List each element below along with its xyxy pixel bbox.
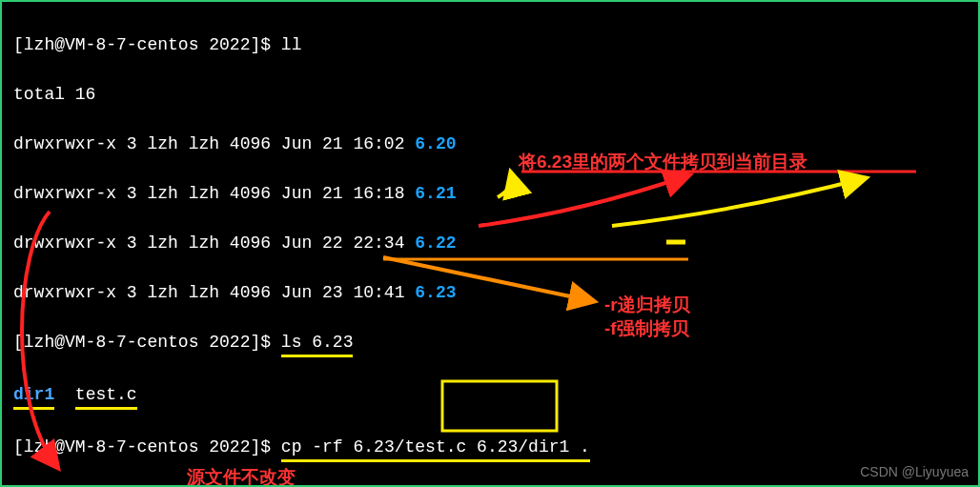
file-row: drwxrwxr-x 3 lzh lzh 4096 Jun 22 22:34 6… — [13, 231, 974, 255]
file-row: drwxrwxr-x 3 lzh lzh 4096 Jun 21 16:02 6… — [13, 132, 974, 156]
dir-name: 6.23 — [415, 283, 456, 302]
dir1-dir: dir1 — [13, 382, 54, 410]
dir-name: 6.22 — [415, 233, 456, 253]
file-row: drwxrwxr-x 3 lzh lzh 4096 Jun 21 16:18 6… — [13, 181, 974, 206]
testc-file: test.c — [75, 382, 137, 410]
prompt-line[interactable]: [lzh@VM-8-7-centos 2022]$ ls 6.23 — [13, 330, 974, 357]
dir-name: 6.20 — [415, 134, 456, 153]
file-meta: drwxrwxr-x 3 lzh lzh 4096 Jun 21 16:18 — [13, 184, 415, 203]
file-meta: drwxrwxr-x 3 lzh lzh 4096 Jun 22 22:34 — [13, 233, 415, 253]
prompt-line[interactable]: [lzh@VM-8-7-centos 2022]$ cp -rf 6.23/te… — [13, 435, 974, 462]
total-line: total 16 — [13, 82, 974, 107]
file-meta: drwxrwxr-x 3 lzh lzh 4096 Jun 23 10:41 — [13, 283, 415, 302]
prompt: [lzh@VM-8-7-centos 2022]$ — [13, 35, 281, 54]
file-meta: drwxrwxr-x 3 lzh lzh 4096 Jun 21 16:02 — [13, 134, 415, 153]
cmd-ll: ll — [281, 35, 302, 54]
dir-name: 6.21 — [415, 184, 456, 203]
watermark: CSDN @Liyuyuea — [860, 464, 969, 479]
cmd-cp: cp -rf 6.23/test.c 6.23/dir1 . — [281, 435, 590, 462]
prompt: [lzh@VM-8-7-centos 2022]$ — [13, 437, 281, 457]
cmd-ls: ls 6.23 — [281, 330, 354, 357]
ls-output: dir1 test.c — [13, 382, 974, 410]
file-row: drwxrwxr-x 3 lzh lzh 4096 Jun 23 10:41 6… — [13, 280, 974, 305]
prompt-line[interactable]: [lzh@VM-8-7-centos 2022]$ ll — [13, 32, 974, 57]
prompt: [lzh@VM-8-7-centos 2022]$ — [13, 333, 281, 352]
terminal-output: [lzh@VM-8-7-centos 2022]$ ll total 16 dr… — [2, 2, 978, 487]
